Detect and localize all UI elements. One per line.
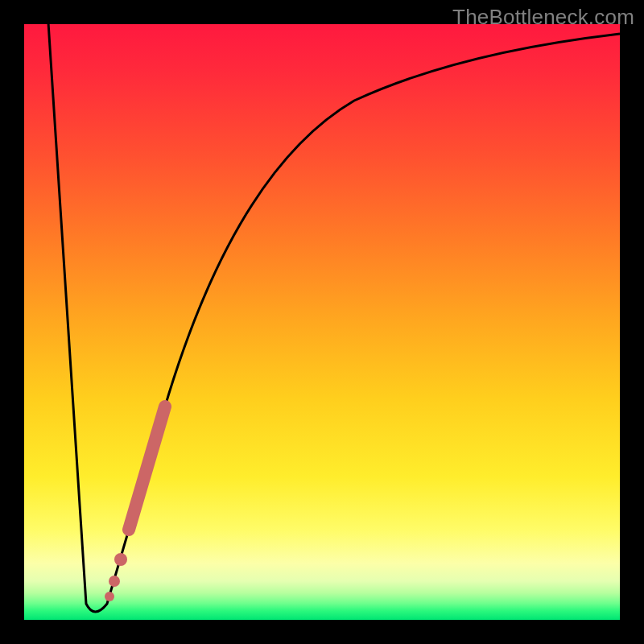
highlight-segment [129,407,165,530]
chart-frame: TheBottleneck.com [0,0,644,644]
highlight-dot [109,576,120,587]
plot-area [24,24,620,620]
chart-svg [24,24,620,620]
highlight-dot [114,553,127,566]
highlight-dot [105,592,114,601]
watermark-text: TheBottleneck.com [452,5,634,30]
